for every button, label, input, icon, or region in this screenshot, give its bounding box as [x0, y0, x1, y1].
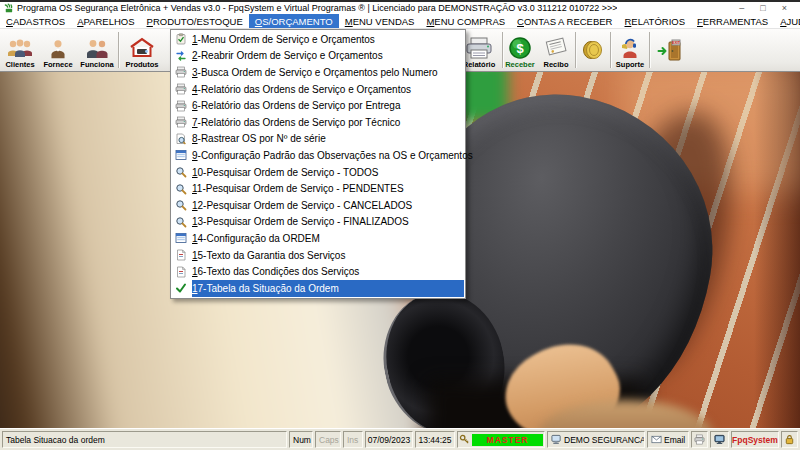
- clientes-label: Clientes: [5, 61, 34, 69]
- magnifier-icon: [175, 199, 187, 211]
- search-document-icon: [175, 133, 187, 145]
- menu-menu-compras[interactable]: MENU COMPRAS: [420, 14, 511, 28]
- printer-icon: [175, 116, 187, 128]
- green-check-icon: [175, 282, 187, 294]
- insert-indicator: Ins: [343, 431, 363, 448]
- title-bar: Programa OS Segurança Eletrônica + Venda…: [0, 0, 800, 14]
- clients-group-icon: [5, 38, 35, 60]
- dropdown-item-tabela-situacao[interactable]: 17-Tabela da Situação da Ordem: [172, 280, 464, 297]
- suporte-label: Suporte: [616, 61, 644, 69]
- dropdown-item-rastrear-os[interactable]: 8-Rastrear OS por Nº de série: [172, 131, 464, 148]
- dropdown-item-config-observacoes[interactable]: 9-Configuração Padrão das Observações na…: [172, 147, 464, 164]
- receber-button[interactable]: Receber: [503, 29, 537, 71]
- dropdown-item-label: 11-Pesquisar Ordem de Serviço - PENDENTE…: [192, 183, 404, 194]
- dropdown-item-menu-ordem[interactable]: 1-Menu Ordem de Serviço e Orçamentos: [172, 31, 464, 48]
- dropdown-item-label: 9-Configuração Padrão das Observações na…: [192, 150, 473, 161]
- menu-bar: CADASTROS APARELHOS PRODUTO/ESTOQUE OS/O…: [0, 14, 800, 29]
- exit-door-icon: [655, 38, 685, 62]
- status-message-text: Tabela Situacao da ordem: [6, 435, 105, 445]
- dropdown-item-label: 10-Pesquisar Ordem de Serviço - TODOS: [192, 167, 378, 178]
- swap-arrows-icon: [175, 50, 187, 62]
- maximize-button[interactable]: □: [760, 4, 765, 13]
- receive-dollar-icon: [508, 36, 532, 60]
- dropdown-item-label: 15-Texto da Garantia dos Serviços: [192, 250, 345, 261]
- dropdown-item-pesquisar-pendentes[interactable]: 11-Pesquisar Ordem de Serviço - PENDENTE…: [172, 180, 464, 197]
- close-button[interactable]: ×: [782, 4, 787, 13]
- funcionarios-button[interactable]: Funciona: [76, 29, 118, 71]
- coin-button[interactable]: [576, 29, 610, 71]
- status-monitor-button[interactable]: [710, 431, 729, 448]
- status-message: Tabela Situacao da ordem: [2, 431, 287, 448]
- window-config-icon: [175, 232, 187, 244]
- dropdown-item-texto-garantia[interactable]: 15-Texto da Garantia dos Serviços: [172, 247, 464, 264]
- employees-pair-icon: [82, 38, 112, 60]
- status-lock-button[interactable]: [781, 431, 798, 448]
- magnifier-icon: [175, 216, 187, 228]
- receber-label: Receber: [505, 61, 535, 69]
- dropdown-item-pesquisar-cancelados[interactable]: 12-Pesquisar Ordem de Serviço - CANCELAD…: [172, 197, 464, 214]
- menu-produto-estoque[interactable]: PRODUTO/ESTOQUE: [141, 14, 249, 28]
- page-text-icon: [175, 249, 187, 261]
- relatorio-label: Relatório: [463, 61, 496, 69]
- window-config-icon: [175, 149, 187, 161]
- lock-icon: [784, 434, 795, 445]
- dropdown-item-label: 13-Pesquisar Ordem de Serviço - FINALIZA…: [192, 216, 409, 227]
- master-badge: MASTER: [472, 434, 543, 446]
- fornecedores-label: Fornece: [43, 61, 72, 69]
- dropdown-item-pesquisar-finalizados[interactable]: 13-Pesquisar Ordem de Serviço - FINALIZA…: [172, 214, 464, 231]
- status-company: DEMO SEGURANCA 3.0: [547, 431, 645, 448]
- capslock-indicator: Caps: [315, 431, 341, 448]
- menu-cadastros[interactable]: CADASTROS: [0, 14, 71, 28]
- status-user-master: MASTER: [457, 431, 545, 448]
- dropdown-item-busca-pelo-numero[interactable]: 3-Busca Ordem de Serviço e Orçamentos pe…: [172, 64, 464, 81]
- monitor-icon: [714, 434, 725, 445]
- suporte-button[interactable]: Suporte: [611, 29, 649, 71]
- printer-icon: [175, 100, 187, 112]
- report-printer-icon: [464, 36, 494, 60]
- dropdown-item-label: 6-Relatório das Ordens de Serviço por En…: [192, 100, 400, 111]
- menu-contas-a-receber[interactable]: CONTAS A RECEBER: [511, 14, 618, 28]
- menu-relatorios[interactable]: RELATÓRIOS: [618, 14, 691, 28]
- funcionarios-label: Funciona: [80, 61, 113, 69]
- exit-button[interactable]: [650, 29, 690, 71]
- numlock-indicator: Num: [289, 431, 313, 448]
- computer-icon: [551, 434, 562, 445]
- minimize-button[interactable]: –: [739, 4, 744, 13]
- dropdown-item-label: 12-Pesquisar Ordem de Serviço - CANCELAD…: [192, 200, 412, 211]
- dropdown-item-label: 2-Reabrir Ordem de Serviço e Orçamentos: [192, 50, 383, 61]
- status-bar: Tabela Situacao da ordem Num Caps Ins 07…: [0, 428, 800, 450]
- dropdown-item-label: 4-Relatório das Ordens de Serviço e Orça…: [192, 84, 411, 95]
- os-orcamento-dropdown: 1-Menu Ordem de Serviço e Orçamentos 2-R…: [170, 29, 466, 299]
- status-printer-button[interactable]: [691, 431, 708, 448]
- recibo-button[interactable]: Recibo: [537, 29, 575, 71]
- produtos-label: Produtos: [126, 61, 159, 69]
- printer-icon: [694, 434, 705, 445]
- window-controls: – □ ×: [739, 4, 797, 13]
- dropdown-item-label: 8-Rastrear OS por Nº de série: [192, 133, 326, 144]
- dropdown-item-relatorio-tecnico[interactable]: 7-Relatório das Ordens de Serviço por Té…: [172, 114, 464, 131]
- window-title: Programa OS Segurança Eletrônica + Venda…: [17, 3, 617, 13]
- dropdown-item-relatorio-entrega[interactable]: 6-Relatório das Ordens de Serviço por En…: [172, 97, 464, 114]
- dropdown-item-texto-condicoes[interactable]: 16-Texto das Condições dos Serviços: [172, 263, 464, 280]
- tasklist-icon: [175, 33, 187, 45]
- menu-ajuda[interactable]: AJUDA: [774, 14, 800, 28]
- dropdown-item-label: 14-Configuração da ORDEM: [192, 233, 320, 244]
- envelope-icon: [651, 434, 662, 445]
- status-email-button[interactable]: Email: [647, 431, 689, 448]
- menu-ferramentas[interactable]: FERRAMENTAS: [691, 14, 774, 28]
- supplier-person-icon: [44, 38, 72, 60]
- support-agent-icon: [618, 36, 642, 60]
- dropdown-item-pesquisar-todos[interactable]: 10-Pesquisar Ordem de Serviço - TODOS: [172, 164, 464, 181]
- dropdown-item-reabrir-ordem[interactable]: 2-Reabrir Ordem de Serviço e Orçamentos: [172, 48, 464, 65]
- printer-icon: [175, 83, 187, 95]
- produtos-button[interactable]: Produtos: [119, 29, 165, 71]
- menu-menu-vendas[interactable]: MENU VENDAS: [339, 14, 421, 28]
- menu-os-orcamento[interactable]: OS/ORÇAMENTO: [249, 14, 339, 28]
- clientes-button[interactable]: Clientes: [0, 29, 40, 71]
- dropdown-item-relatorio-ordens[interactable]: 4-Relatório das Ordens de Serviço e Orça…: [172, 81, 464, 98]
- fornecedores-button[interactable]: Fornece: [40, 29, 76, 71]
- dropdown-item-configuracao-ordem[interactable]: 14-Configuração da ORDEM: [172, 230, 464, 247]
- menu-aparelhos[interactable]: APARELHOS: [71, 14, 140, 28]
- coin-icon: [581, 38, 605, 62]
- status-time: 13:44:25: [415, 431, 455, 448]
